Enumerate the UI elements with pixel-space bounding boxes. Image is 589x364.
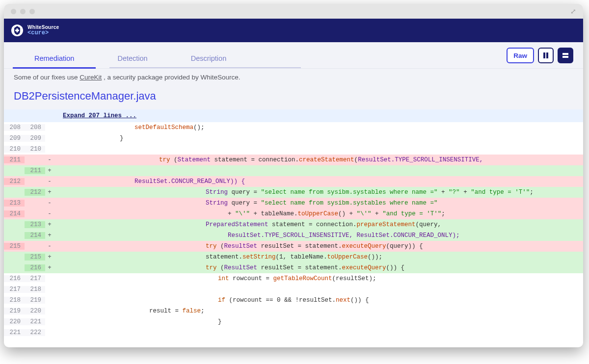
diff-sign: - xyxy=(45,178,54,185)
gutter-old: 217 xyxy=(4,286,25,293)
gutter-old: 220 xyxy=(4,318,25,325)
expand-window-icon[interactable]: ⤢ xyxy=(570,7,576,15)
code-content: try (Statement statement = connection.cr… xyxy=(54,156,583,163)
diff-sign: - xyxy=(45,156,54,163)
diff-sign xyxy=(45,286,54,293)
code-content: try (ResultSet resultSet = statement.exe… xyxy=(54,264,583,271)
diff-sign xyxy=(45,275,54,282)
diff-sign: - xyxy=(45,200,54,207)
gutter-new: 216 xyxy=(25,264,45,271)
diff-sign: + xyxy=(45,254,54,260)
traffic-light-zoom[interactable] xyxy=(29,9,35,14)
diff-line: 221222 xyxy=(4,327,583,338)
diff-line: 215+statement.setString(1, tableName.toU… xyxy=(4,252,583,262)
diff-line: 209209 } xyxy=(4,133,583,144)
diff-line: 213-String query = "select name from sys… xyxy=(4,198,583,208)
diff-sign xyxy=(45,329,54,336)
diff-line: 214-+ "\'" + tableName.toUpperCase() + "… xyxy=(4,208,583,219)
code-content: } xyxy=(54,135,583,142)
expand-label[interactable]: Expand 207 lines ... xyxy=(55,112,136,119)
diff-line: 210210 xyxy=(4,144,583,155)
gutter-old: 210 xyxy=(4,146,25,153)
tab-detection[interactable]: Detection xyxy=(96,48,169,68)
columns-icon xyxy=(542,52,550,59)
tab-row: Remediation Detection Description Raw xyxy=(4,42,583,69)
svg-rect-3 xyxy=(543,52,545,58)
diff-sign xyxy=(45,135,54,142)
diff-sign: + xyxy=(45,189,54,196)
note-post: , a security package provided by WhiteSo… xyxy=(102,74,240,81)
expand-row[interactable]: Expand 207 lines ... xyxy=(4,109,583,122)
code-content: result = false; xyxy=(54,308,583,314)
note-pre: Some of our fixes use xyxy=(14,74,80,81)
diff-line: 216217 int rowcount = getTableRowCount(r… xyxy=(4,273,583,284)
svg-rect-6 xyxy=(562,56,568,58)
code-content: + "\'" + tableName.toUpperCase() + "\'" … xyxy=(54,210,583,217)
diff-sign xyxy=(45,146,54,153)
code-content: PreparedStatement statement = connection… xyxy=(54,221,583,228)
code-content: statement.setString(1, tableName.toUpper… xyxy=(54,254,583,260)
code-content: String query = "select name from sysibm.… xyxy=(54,189,583,196)
gutter-new: 221 xyxy=(25,318,45,325)
diff-sign xyxy=(45,124,54,131)
gutter-old: 221 xyxy=(4,329,25,336)
code-content: if (rowcount == 0 && !resultSet.next()) … xyxy=(54,297,583,304)
traffic-light-minimize[interactable] xyxy=(20,9,26,14)
gutter-new: 208 xyxy=(25,124,45,131)
info-note: Some of our fixes use CureKit , a securi… xyxy=(4,69,583,86)
gutter-new: 222 xyxy=(25,329,45,336)
svg-rect-5 xyxy=(562,53,568,55)
code-content: } xyxy=(54,318,583,325)
view-unified-button[interactable] xyxy=(558,48,573,63)
diff-sign xyxy=(45,318,54,325)
file-name: DB2PersistenceManager.java xyxy=(4,86,583,109)
gutter-new: 215 xyxy=(25,254,45,260)
diff-line: 214+ResultSet.TYPE_SCROLL_INSENSITIVE, R… xyxy=(4,230,583,241)
diff-sign: - xyxy=(45,243,54,250)
diff-line: 220221 } xyxy=(4,316,583,327)
code-content: ResultSet.CONCUR_READ_ONLY)) { xyxy=(54,178,583,185)
diff-line: 217218 xyxy=(4,284,583,295)
code-content: String query = "select name from sysibm.… xyxy=(54,200,583,207)
gutter-old: 211 xyxy=(4,156,25,163)
diff-line: 215-try (ResultSet resultSet = statement… xyxy=(4,241,583,252)
gutter-new: 214 xyxy=(25,232,45,239)
diff-line: 213+PreparedStatement statement = connec… xyxy=(4,219,583,230)
gutter-old: 212 xyxy=(4,178,25,185)
gutter-new: 213 xyxy=(25,221,45,228)
view-split-button[interactable] xyxy=(538,48,554,63)
tabs-track xyxy=(109,67,301,68)
gutter-old: 216 xyxy=(4,275,25,282)
diff-line: 219220 result = false; xyxy=(4,306,583,316)
gutter-old: 213 xyxy=(4,200,25,207)
tab-description[interactable]: Description xyxy=(169,48,248,68)
diff-sign xyxy=(45,297,54,304)
tab-remediation[interactable]: Remediation xyxy=(13,48,96,68)
gutter-old: 218 xyxy=(4,297,25,304)
gutter-new: 209 xyxy=(25,135,45,142)
gutter-new: 220 xyxy=(25,308,45,314)
diff-sign: + xyxy=(45,221,54,228)
diff-line: 218219 if (rowcount == 0 && !resultSet.n… xyxy=(4,295,583,306)
gutter-new: 211 xyxy=(25,167,45,174)
window-titlebar: ⤢ xyxy=(4,4,583,19)
diff-sign: + xyxy=(45,264,54,271)
curekit-link[interactable]: CureKit xyxy=(80,74,102,81)
svg-rect-2 xyxy=(15,30,19,31)
app-window: ⤢ WhiteSource <cure> Remediation Detecti… xyxy=(4,4,583,347)
raw-button[interactable]: Raw xyxy=(507,48,534,63)
diff-line: 216+try (ResultSet resultSet = statement… xyxy=(4,262,583,273)
diff-line: 212+String query = "select name from sys… xyxy=(4,187,583,198)
gutter-new: 218 xyxy=(25,286,45,293)
traffic-light-close[interactable] xyxy=(11,9,16,14)
gutter-old: 219 xyxy=(4,308,25,314)
diff-view: Expand 207 lines ... 208208 setDefaultSc… xyxy=(4,109,583,347)
diff-line: 211+ xyxy=(4,165,583,176)
diff-line: 208208 setDefaultSchema(); xyxy=(4,122,583,133)
svg-rect-4 xyxy=(546,52,548,58)
brand-product: <cure> xyxy=(27,30,59,36)
diff-sign xyxy=(45,308,54,314)
code-content: try (ResultSet resultSet = statement.exe… xyxy=(54,243,583,250)
code-content: int rowcount = getTableRowCount(resultSe… xyxy=(54,275,583,282)
rows-icon xyxy=(562,52,569,59)
